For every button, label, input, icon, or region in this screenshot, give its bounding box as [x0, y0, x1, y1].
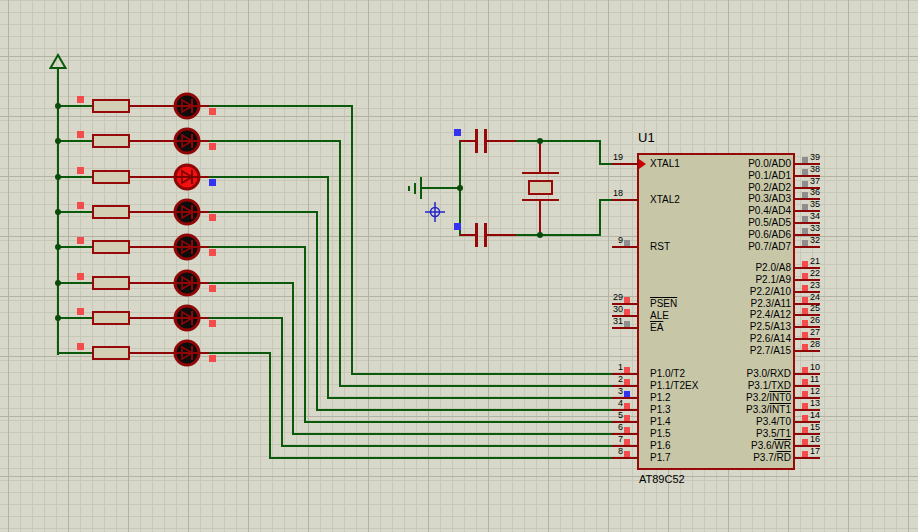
- wire-segment[interactable]: [269, 353, 271, 459]
- wire-segment[interactable]: [209, 176, 329, 178]
- wire-segment[interactable]: [128, 140, 174, 142]
- logic-state-indicator: [802, 427, 808, 433]
- led[interactable]: [173, 269, 201, 297]
- ground-symbol-bar[interactable]: [408, 186, 410, 191]
- wire-segment[interactable]: [316, 409, 613, 411]
- wire-segment[interactable]: [209, 317, 283, 319]
- wire-segment[interactable]: [460, 234, 475, 236]
- pin-stub[interactable]: [612, 163, 637, 165]
- wire-segment[interactable]: [316, 212, 318, 411]
- wire-segment[interactable]: [209, 140, 341, 142]
- pin-number: 7: [595, 435, 623, 444]
- resistor[interactable]: [92, 276, 130, 290]
- junction-dot: [55, 315, 61, 321]
- wire-segment[interactable]: [539, 141, 541, 173]
- pin-label: P2.0/A8: [660, 263, 791, 273]
- wire-segment[interactable]: [128, 317, 174, 319]
- wire-segment[interactable]: [57, 352, 93, 354]
- wire-segment[interactable]: [327, 397, 613, 399]
- capacitor-plate[interactable]: [475, 129, 478, 153]
- ground-symbol-bar[interactable]: [414, 183, 416, 194]
- pin-stub[interactable]: [795, 457, 820, 459]
- pin-stub[interactable]: [612, 246, 637, 248]
- wire-segment[interactable]: [292, 283, 294, 435]
- logic-state-indicator: [624, 427, 630, 433]
- wire-segment[interactable]: [57, 176, 93, 178]
- wire-segment[interactable]: [487, 140, 517, 142]
- wire-segment[interactable]: [516, 140, 601, 142]
- wire-segment[interactable]: [599, 163, 613, 165]
- wire-segment[interactable]: [292, 433, 613, 435]
- logic-state-indicator: [802, 204, 808, 210]
- pin-number: 34: [810, 212, 820, 221]
- led[interactable]: [173, 163, 201, 191]
- wire-segment[interactable]: [209, 211, 318, 213]
- led[interactable]: [173, 233, 201, 261]
- resistor[interactable]: [92, 170, 130, 184]
- wire-segment[interactable]: [487, 234, 517, 236]
- wire-segment[interactable]: [327, 177, 329, 399]
- crystal[interactable]: [528, 180, 553, 195]
- wire-segment[interactable]: [57, 282, 93, 284]
- wire-segment[interactable]: [57, 105, 93, 107]
- wire-segment[interactable]: [128, 352, 174, 354]
- pin-stub[interactable]: [795, 350, 820, 352]
- wire-segment[interactable]: [281, 318, 283, 447]
- pin-label: P0.7/AD7: [660, 242, 791, 252]
- wire-segment[interactable]: [128, 105, 174, 107]
- pin-stub[interactable]: [795, 246, 820, 248]
- logic-state-indicator: [209, 320, 216, 327]
- pin-label: P0.6/AD6: [660, 230, 791, 240]
- wire-segment[interactable]: [351, 106, 353, 375]
- wire-segment[interactable]: [339, 385, 613, 387]
- pin-stub[interactable]: [612, 199, 637, 201]
- wire-segment[interactable]: [269, 457, 613, 459]
- led[interactable]: [173, 304, 201, 332]
- wire-segment[interactable]: [209, 352, 271, 354]
- wire-segment[interactable]: [209, 246, 306, 248]
- pin-number: 3: [595, 387, 623, 396]
- logic-state-indicator: [77, 202, 84, 209]
- wire-segment[interactable]: [539, 200, 541, 235]
- pin-number: 24: [810, 293, 820, 302]
- wire-segment[interactable]: [128, 176, 174, 178]
- wire-segment[interactable]: [304, 421, 613, 423]
- junction-dot: [457, 185, 463, 191]
- resistor[interactable]: [92, 134, 130, 148]
- wire-segment[interactable]: [599, 199, 601, 236]
- led[interactable]: [173, 92, 201, 120]
- wire-segment[interactable]: [516, 234, 601, 236]
- wire-segment[interactable]: [128, 282, 174, 284]
- wire-segment[interactable]: [128, 211, 174, 213]
- resistor[interactable]: [92, 99, 130, 113]
- wire-segment[interactable]: [57, 317, 93, 319]
- pin-number: 16: [810, 435, 820, 444]
- resistor[interactable]: [92, 346, 130, 360]
- capacitor-plate[interactable]: [475, 223, 478, 247]
- wire-segment[interactable]: [460, 140, 475, 142]
- resistor[interactable]: [92, 240, 130, 254]
- wire-segment[interactable]: [209, 282, 294, 284]
- pin-number: 10: [810, 363, 820, 372]
- wire-segment[interactable]: [339, 141, 341, 387]
- wire-segment[interactable]: [599, 199, 613, 201]
- pin-stub[interactable]: [612, 457, 637, 459]
- pin-stub[interactable]: [612, 327, 637, 329]
- pin-number: 19: [595, 153, 623, 162]
- led[interactable]: [173, 339, 201, 367]
- wire-segment[interactable]: [351, 373, 613, 375]
- resistor[interactable]: [92, 311, 130, 325]
- wire-segment[interactable]: [57, 211, 93, 213]
- wire-segment[interactable]: [421, 187, 461, 189]
- schematic-canvas[interactable]: U1 AT89C52: [0, 0, 918, 532]
- led[interactable]: [173, 198, 201, 226]
- wire-segment[interactable]: [57, 140, 93, 142]
- wire-segment[interactable]: [57, 246, 93, 248]
- wire-segment[interactable]: [209, 105, 353, 107]
- resistor[interactable]: [92, 205, 130, 219]
- logic-state-indicator: [77, 308, 84, 315]
- wire-segment[interactable]: [128, 246, 174, 248]
- wire-segment[interactable]: [281, 445, 613, 447]
- wire-segment[interactable]: [304, 247, 306, 423]
- led[interactable]: [173, 127, 201, 155]
